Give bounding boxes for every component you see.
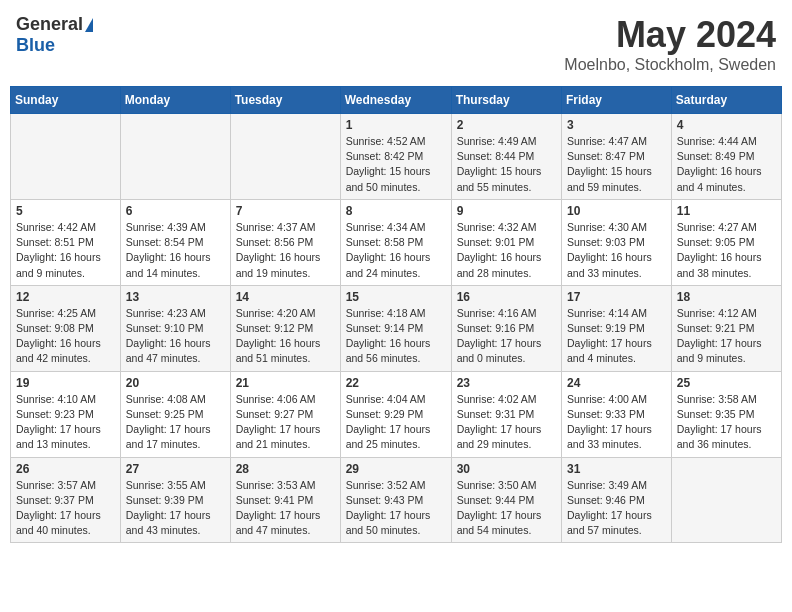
day-number: 11 <box>677 204 776 218</box>
weekday-header-friday: Friday <box>562 87 672 114</box>
day-info: Sunrise: 3:49 AM Sunset: 9:46 PM Dayligh… <box>567 478 666 539</box>
day-info: Sunrise: 4:49 AM Sunset: 8:44 PM Dayligh… <box>457 134 556 195</box>
calendar-cell: 20Sunrise: 4:08 AM Sunset: 9:25 PM Dayli… <box>120 371 230 457</box>
calendar-table: SundayMondayTuesdayWednesdayThursdayFrid… <box>10 86 782 543</box>
calendar-cell: 3Sunrise: 4:47 AM Sunset: 8:47 PM Daylig… <box>562 114 672 200</box>
calendar-cell: 13Sunrise: 4:23 AM Sunset: 9:10 PM Dayli… <box>120 285 230 371</box>
day-number: 25 <box>677 376 776 390</box>
day-number: 23 <box>457 376 556 390</box>
day-number: 24 <box>567 376 666 390</box>
calendar-cell <box>230 114 340 200</box>
calendar-cell: 18Sunrise: 4:12 AM Sunset: 9:21 PM Dayli… <box>671 285 781 371</box>
day-number: 27 <box>126 462 225 476</box>
day-info: Sunrise: 3:53 AM Sunset: 9:41 PM Dayligh… <box>236 478 335 539</box>
calendar-week-1: 1Sunrise: 4:52 AM Sunset: 8:42 PM Daylig… <box>11 114 782 200</box>
day-info: Sunrise: 4:23 AM Sunset: 9:10 PM Dayligh… <box>126 306 225 367</box>
day-info: Sunrise: 3:50 AM Sunset: 9:44 PM Dayligh… <box>457 478 556 539</box>
day-info: Sunrise: 3:52 AM Sunset: 9:43 PM Dayligh… <box>346 478 446 539</box>
weekday-header-sunday: Sunday <box>11 87 121 114</box>
day-info: Sunrise: 4:02 AM Sunset: 9:31 PM Dayligh… <box>457 392 556 453</box>
day-info: Sunrise: 4:32 AM Sunset: 9:01 PM Dayligh… <box>457 220 556 281</box>
logo-blue-text: Blue <box>16 35 55 56</box>
calendar-week-5: 26Sunrise: 3:57 AM Sunset: 9:37 PM Dayli… <box>11 457 782 543</box>
weekday-header-wednesday: Wednesday <box>340 87 451 114</box>
calendar-cell: 16Sunrise: 4:16 AM Sunset: 9:16 PM Dayli… <box>451 285 561 371</box>
day-info: Sunrise: 4:10 AM Sunset: 9:23 PM Dayligh… <box>16 392 115 453</box>
day-number: 18 <box>677 290 776 304</box>
calendar-cell: 10Sunrise: 4:30 AM Sunset: 9:03 PM Dayli… <box>562 199 672 285</box>
day-number: 7 <box>236 204 335 218</box>
weekday-header-thursday: Thursday <box>451 87 561 114</box>
day-info: Sunrise: 4:52 AM Sunset: 8:42 PM Dayligh… <box>346 134 446 195</box>
day-info: Sunrise: 4:04 AM Sunset: 9:29 PM Dayligh… <box>346 392 446 453</box>
calendar-cell: 31Sunrise: 3:49 AM Sunset: 9:46 PM Dayli… <box>562 457 672 543</box>
day-number: 1 <box>346 118 446 132</box>
calendar-cell: 23Sunrise: 4:02 AM Sunset: 9:31 PM Dayli… <box>451 371 561 457</box>
calendar-cell <box>671 457 781 543</box>
weekday-header-monday: Monday <box>120 87 230 114</box>
calendar-week-3: 12Sunrise: 4:25 AM Sunset: 9:08 PM Dayli… <box>11 285 782 371</box>
calendar-cell: 24Sunrise: 4:00 AM Sunset: 9:33 PM Dayli… <box>562 371 672 457</box>
calendar-week-4: 19Sunrise: 4:10 AM Sunset: 9:23 PM Dayli… <box>11 371 782 457</box>
calendar-header-row: SundayMondayTuesdayWednesdayThursdayFrid… <box>11 87 782 114</box>
day-number: 28 <box>236 462 335 476</box>
day-info: Sunrise: 4:00 AM Sunset: 9:33 PM Dayligh… <box>567 392 666 453</box>
day-number: 26 <box>16 462 115 476</box>
calendar-body: 1Sunrise: 4:52 AM Sunset: 8:42 PM Daylig… <box>11 114 782 543</box>
calendar-cell <box>120 114 230 200</box>
calendar-cell <box>11 114 121 200</box>
logo-general-text: General <box>16 14 83 35</box>
day-number: 22 <box>346 376 446 390</box>
day-info: Sunrise: 4:25 AM Sunset: 9:08 PM Dayligh… <box>16 306 115 367</box>
day-info: Sunrise: 4:47 AM Sunset: 8:47 PM Dayligh… <box>567 134 666 195</box>
calendar-cell: 9Sunrise: 4:32 AM Sunset: 9:01 PM Daylig… <box>451 199 561 285</box>
calendar-cell: 19Sunrise: 4:10 AM Sunset: 9:23 PM Dayli… <box>11 371 121 457</box>
day-number: 14 <box>236 290 335 304</box>
day-info: Sunrise: 4:14 AM Sunset: 9:19 PM Dayligh… <box>567 306 666 367</box>
calendar-cell: 28Sunrise: 3:53 AM Sunset: 9:41 PM Dayli… <box>230 457 340 543</box>
day-info: Sunrise: 4:42 AM Sunset: 8:51 PM Dayligh… <box>16 220 115 281</box>
day-number: 9 <box>457 204 556 218</box>
calendar-cell: 21Sunrise: 4:06 AM Sunset: 9:27 PM Dayli… <box>230 371 340 457</box>
day-info: Sunrise: 4:37 AM Sunset: 8:56 PM Dayligh… <box>236 220 335 281</box>
day-number: 21 <box>236 376 335 390</box>
day-info: Sunrise: 4:16 AM Sunset: 9:16 PM Dayligh… <box>457 306 556 367</box>
calendar-cell: 25Sunrise: 3:58 AM Sunset: 9:35 PM Dayli… <box>671 371 781 457</box>
calendar-cell: 29Sunrise: 3:52 AM Sunset: 9:43 PM Dayli… <box>340 457 451 543</box>
calendar-week-2: 5Sunrise: 4:42 AM Sunset: 8:51 PM Daylig… <box>11 199 782 285</box>
day-info: Sunrise: 4:34 AM Sunset: 8:58 PM Dayligh… <box>346 220 446 281</box>
day-info: Sunrise: 4:08 AM Sunset: 9:25 PM Dayligh… <box>126 392 225 453</box>
day-number: 16 <box>457 290 556 304</box>
day-number: 8 <box>346 204 446 218</box>
calendar-cell: 2Sunrise: 4:49 AM Sunset: 8:44 PM Daylig… <box>451 114 561 200</box>
title-block: May 2024 Moelnbo, Stockholm, Sweden <box>564 14 776 74</box>
day-info: Sunrise: 3:57 AM Sunset: 9:37 PM Dayligh… <box>16 478 115 539</box>
day-info: Sunrise: 4:18 AM Sunset: 9:14 PM Dayligh… <box>346 306 446 367</box>
day-info: Sunrise: 4:20 AM Sunset: 9:12 PM Dayligh… <box>236 306 335 367</box>
day-number: 5 <box>16 204 115 218</box>
logo: General Blue <box>16 14 93 56</box>
day-number: 10 <box>567 204 666 218</box>
day-number: 20 <box>126 376 225 390</box>
weekday-header-saturday: Saturday <box>671 87 781 114</box>
title-month: May 2024 <box>564 14 776 56</box>
day-info: Sunrise: 3:58 AM Sunset: 9:35 PM Dayligh… <box>677 392 776 453</box>
calendar-cell: 14Sunrise: 4:20 AM Sunset: 9:12 PM Dayli… <box>230 285 340 371</box>
day-info: Sunrise: 4:44 AM Sunset: 8:49 PM Dayligh… <box>677 134 776 195</box>
day-info: Sunrise: 4:27 AM Sunset: 9:05 PM Dayligh… <box>677 220 776 281</box>
calendar-cell: 7Sunrise: 4:37 AM Sunset: 8:56 PM Daylig… <box>230 199 340 285</box>
calendar-cell: 27Sunrise: 3:55 AM Sunset: 9:39 PM Dayli… <box>120 457 230 543</box>
day-number: 29 <box>346 462 446 476</box>
calendar-cell: 8Sunrise: 4:34 AM Sunset: 8:58 PM Daylig… <box>340 199 451 285</box>
calendar-cell: 30Sunrise: 3:50 AM Sunset: 9:44 PM Dayli… <box>451 457 561 543</box>
weekday-header-tuesday: Tuesday <box>230 87 340 114</box>
day-number: 6 <box>126 204 225 218</box>
calendar-cell: 4Sunrise: 4:44 AM Sunset: 8:49 PM Daylig… <box>671 114 781 200</box>
day-info: Sunrise: 3:55 AM Sunset: 9:39 PM Dayligh… <box>126 478 225 539</box>
day-number: 19 <box>16 376 115 390</box>
calendar-cell: 11Sunrise: 4:27 AM Sunset: 9:05 PM Dayli… <box>671 199 781 285</box>
day-info: Sunrise: 4:06 AM Sunset: 9:27 PM Dayligh… <box>236 392 335 453</box>
day-number: 2 <box>457 118 556 132</box>
page-header: General Blue May 2024 Moelnbo, Stockholm… <box>10 10 782 78</box>
day-number: 12 <box>16 290 115 304</box>
